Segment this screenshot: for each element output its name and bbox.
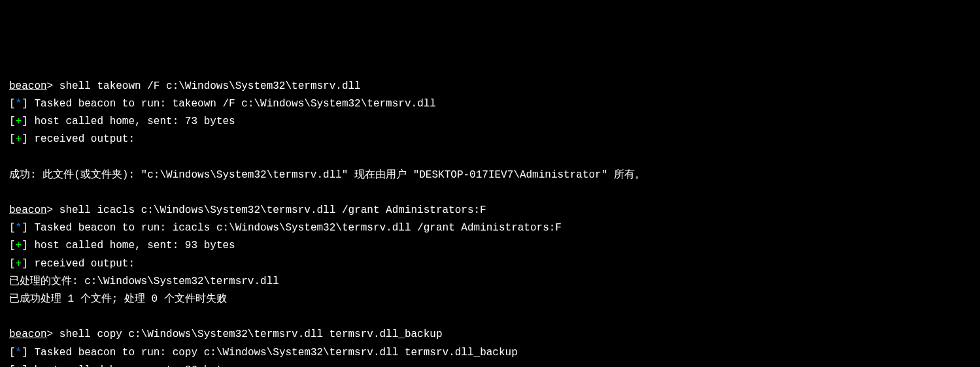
blank-line xyxy=(9,184,971,202)
host-line: [+] host called home, sent: 86 bytes xyxy=(9,362,971,367)
received-output-text: received output: xyxy=(28,258,135,270)
beacon-prompt: beacon xyxy=(9,328,47,340)
received-output-line: [+] received output: xyxy=(9,131,971,148)
command-text: shell copy c:\Windows\System32\termsrv.d… xyxy=(59,328,443,340)
host-line: [+] host called home, sent: 93 bytes xyxy=(9,237,971,255)
blank-line xyxy=(9,308,971,326)
tasked-line: [*] Tasked beacon to run: takeown /F c:\… xyxy=(9,95,971,113)
command-line[interactable]: beacon> shell takeown /F c:\Windows\Syst… xyxy=(9,78,971,95)
prompt-separator: > xyxy=(47,80,59,92)
terminal-output: beacon> shell takeown /F c:\Windows\Syst… xyxy=(9,78,971,367)
output-line xyxy=(9,149,971,167)
host-text: host called home, sent: 73 bytes xyxy=(28,116,235,127)
host-line: [+] host called home, sent: 73 bytes xyxy=(9,113,971,131)
output-line: 成功: 此文件(或文件夹): "c:\Windows\System32\term… xyxy=(9,167,971,184)
tasked-text: Tasked beacon to run: icacls c:\Windows\… xyxy=(28,222,562,234)
beacon-prompt: beacon xyxy=(9,80,47,92)
host-text: host called home, sent: 86 bytes xyxy=(28,364,235,367)
command-text: shell takeown /F c:\Windows\System32\ter… xyxy=(59,80,361,92)
output-line: 已处理的文件: c:\Windows\System32\termsrv.dll xyxy=(9,273,971,291)
prompt-separator: > xyxy=(47,328,59,340)
command-text: shell icacls c:\Windows\System32\termsrv… xyxy=(59,204,486,216)
prompt-separator: > xyxy=(47,204,59,216)
tasked-line: [*] Tasked beacon to run: icacls c:\Wind… xyxy=(9,219,971,237)
tasked-text: Tasked beacon to run: copy c:\Windows\Sy… xyxy=(28,347,518,359)
received-output-line: [+] received output: xyxy=(9,255,971,273)
host-text: host called home, sent: 93 bytes xyxy=(28,240,235,251)
tasked-text: Tasked beacon to run: takeown /F c:\Wind… xyxy=(28,98,436,110)
beacon-prompt: beacon xyxy=(9,204,47,216)
output-line: 已成功处理 1 个文件; 处理 0 个文件时失败 xyxy=(9,291,971,308)
received-output-text: received output: xyxy=(28,133,135,145)
command-line[interactable]: beacon> shell copy c:\Windows\System32\t… xyxy=(9,326,971,343)
tasked-line: [*] Tasked beacon to run: copy c:\Window… xyxy=(9,344,971,362)
command-line[interactable]: beacon> shell icacls c:\Windows\System32… xyxy=(9,202,971,219)
